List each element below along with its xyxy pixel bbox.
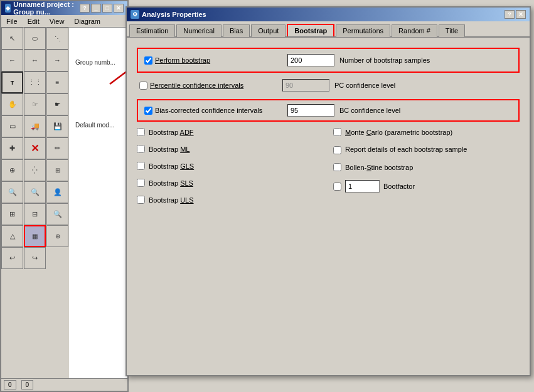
dialog-help-btn[interactable]: ? bbox=[505, 10, 515, 19]
tool-network[interactable]: ⋮⋮ bbox=[24, 72, 46, 93]
menu-view[interactable]: View bbox=[47, 17, 67, 26]
menu-edit[interactable]: Edit bbox=[25, 17, 42, 26]
help-btn-main[interactable]: ? bbox=[80, 4, 90, 13]
bollen-stine-row: Bollen-Stine bootstrap bbox=[333, 163, 520, 171]
perform-bootstrap-group: Perform bootstrap bbox=[144, 56, 282, 65]
tab-title[interactable]: Title bbox=[439, 24, 465, 37]
tab-output[interactable]: Output bbox=[251, 24, 286, 37]
perform-bootstrap-label: Perform bootstrap bbox=[155, 56, 210, 64]
dialog-icon: ⚙ bbox=[131, 10, 139, 19]
bootstrap-gls-label: Bootstrap GLS bbox=[149, 162, 194, 170]
bootstrap-sls-row: Bootstrap SLS bbox=[137, 179, 323, 187]
tool-search[interactable]: 🔍 bbox=[46, 203, 68, 225]
tool-title[interactable]: T bbox=[1, 72, 23, 93]
tool-arrow-left[interactable]: ← bbox=[1, 50, 23, 72]
percentile-ci-checkbox[interactable] bbox=[139, 82, 147, 90]
minimize-btn-main[interactable]: _ bbox=[91, 4, 101, 13]
tab-bar: Estimation Numerical Bias Output Bootstr… bbox=[127, 21, 530, 38]
tool-bar-chart[interactable]: ▦ bbox=[24, 225, 46, 247]
dialog-close-btn[interactable]: ✕ bbox=[516, 10, 526, 19]
tab-bootstrap[interactable]: Bootstrap bbox=[287, 24, 334, 36]
tool-zoom-in[interactable]: 🔍 bbox=[1, 181, 23, 203]
tool-zoom-bc[interactable]: ⊟ bbox=[24, 203, 46, 225]
bootstrap-samples-input[interactable] bbox=[287, 54, 334, 66]
bootstrap-gls-checkbox[interactable] bbox=[137, 162, 145, 170]
bc-confidence-input[interactable] bbox=[287, 104, 334, 117]
bollen-stine-checkbox[interactable] bbox=[333, 163, 341, 171]
pc-confidence-label: PC confidence level bbox=[334, 82, 395, 89]
tool-truck[interactable]: 🚚 bbox=[24, 115, 46, 137]
tool-arrow-right[interactable]: → bbox=[46, 50, 68, 72]
bootstrap-uls-label: Bootstrap ULS bbox=[149, 196, 194, 204]
monte-carlo-row: Monte Carlo (parametric bootstrap) bbox=[333, 128, 520, 136]
tool-zoom-region[interactable]: ⊕ bbox=[1, 159, 23, 181]
col-right: Monte Carlo (parametric bootstrap) Repor… bbox=[333, 128, 520, 204]
tool-hand[interactable]: ✋ bbox=[1, 93, 23, 115]
main-titlebar: ◆ Unnamed project : Group nu... ? _ □ ✕ bbox=[1, 1, 127, 15]
status-item-2: 0 bbox=[21, 380, 34, 389]
col-left: Bootstrap ADF Bootstrap ML Bootstrap GLS bbox=[137, 128, 323, 204]
report-details-row: Report details of each bootstrap sample bbox=[333, 145, 520, 154]
close-btn-main[interactable]: ✕ bbox=[114, 4, 124, 13]
tab-permutations[interactable]: Permutations bbox=[336, 24, 390, 37]
bootstrap-gls-row: Bootstrap GLS bbox=[137, 162, 323, 170]
main-app-icon: ◆ bbox=[5, 4, 11, 13]
bootstrap-sls-label: Bootstrap SLS bbox=[149, 179, 193, 187]
menubar: File Edit View Diagram bbox=[1, 15, 127, 28]
bootstrap-ml-row: Bootstrap ML bbox=[137, 145, 323, 153]
tool-undo[interactable]: ↩ bbox=[1, 247, 23, 269]
report-details-checkbox[interactable] bbox=[333, 146, 341, 154]
perform-bootstrap-checkbox[interactable] bbox=[144, 56, 152, 65]
bias-corrected-checkbox[interactable] bbox=[144, 107, 152, 115]
tool-lines[interactable]: ⊞ bbox=[46, 159, 68, 181]
maximize-btn-main[interactable]: □ bbox=[102, 4, 112, 13]
menu-diagram[interactable]: Diagram bbox=[72, 17, 103, 26]
statusbar: 0 0 bbox=[1, 378, 127, 391]
tool-arrow-both[interactable]: ↔ bbox=[24, 50, 46, 72]
tab-random[interactable]: Random # bbox=[392, 24, 437, 37]
bias-corrected-label: Bias-corrected confidence intervals bbox=[155, 107, 262, 114]
tool-node-tree[interactable]: ⋱ bbox=[46, 28, 68, 50]
tool-fit[interactable]: ⊞ bbox=[1, 203, 23, 225]
tool-redo[interactable]: ↪ bbox=[24, 247, 46, 269]
tool-hand2[interactable]: ☞ bbox=[24, 93, 46, 115]
bootstrap-content: Perform bootstrap Number of bootstrap sa… bbox=[127, 38, 530, 374]
tool-zoom-out[interactable]: 🔍 bbox=[24, 181, 46, 203]
tab-numerical[interactable]: Numerical bbox=[176, 24, 222, 37]
dialog-titlebar: ⚙ Analysis Properties ? ✕ bbox=[127, 8, 530, 21]
perform-bootstrap-box: Perform bootstrap Number of bootstrap sa… bbox=[137, 48, 520, 73]
tool-pencil[interactable]: ✏ bbox=[46, 137, 68, 159]
tool-binoculars[interactable]: ⊕ bbox=[46, 225, 68, 247]
options-columns: Bootstrap ADF Bootstrap ML Bootstrap GLS bbox=[137, 128, 520, 204]
monte-carlo-checkbox[interactable] bbox=[333, 128, 341, 136]
bootstrap-adf-label: Bootstrap ADF bbox=[149, 129, 194, 136]
bootfactor-checkbox[interactable] bbox=[333, 183, 341, 191]
tool-network2[interactable]: ⁛ bbox=[24, 159, 46, 181]
bootstrap-ml-checkbox[interactable] bbox=[137, 145, 145, 153]
bootfactor-input[interactable] bbox=[345, 180, 380, 193]
pc-confidence-input[interactable] bbox=[282, 79, 329, 92]
tool-rect-small[interactable]: ▭ bbox=[1, 115, 23, 137]
tool-pointer[interactable]: ☛ bbox=[46, 93, 68, 115]
bootstrap-adf-row: Bootstrap ADF bbox=[137, 128, 323, 136]
bias-corrected-box: Bias-corrected confidence intervals BC c… bbox=[137, 99, 520, 122]
tool-ellipse[interactable]: ⬭ bbox=[24, 28, 46, 50]
bootstrap-adf-checkbox[interactable] bbox=[137, 128, 145, 136]
tool-cross[interactable]: ✚ bbox=[1, 137, 23, 159]
tool-triangle[interactable]: △ bbox=[1, 225, 23, 247]
bootfactor-row: Bootfactor bbox=[333, 180, 520, 193]
percentile-ci-label: Percentile confidence intervals bbox=[150, 82, 243, 89]
tool-person[interactable]: 👤 bbox=[46, 181, 68, 203]
tool-select[interactable]: ↖ bbox=[1, 28, 23, 50]
menu-file[interactable]: File bbox=[4, 17, 20, 26]
tab-estimation[interactable]: Estimation bbox=[129, 24, 175, 37]
bias-corrected-group: Bias-corrected confidence intervals bbox=[144, 107, 282, 115]
bootstrap-sls-checkbox[interactable] bbox=[137, 179, 145, 187]
tool-floppy[interactable]: 💾 bbox=[46, 115, 68, 137]
tool-list1[interactable]: ≡ bbox=[46, 72, 68, 93]
tool-x[interactable]: ✕ bbox=[24, 137, 46, 159]
tab-bias[interactable]: Bias bbox=[223, 24, 250, 37]
analysis-properties-dialog: ⚙ Analysis Properties ? ✕ Estimation Num… bbox=[125, 6, 531, 376]
status-item-1: 0 bbox=[4, 380, 16, 389]
bootstrap-uls-checkbox[interactable] bbox=[137, 196, 145, 204]
